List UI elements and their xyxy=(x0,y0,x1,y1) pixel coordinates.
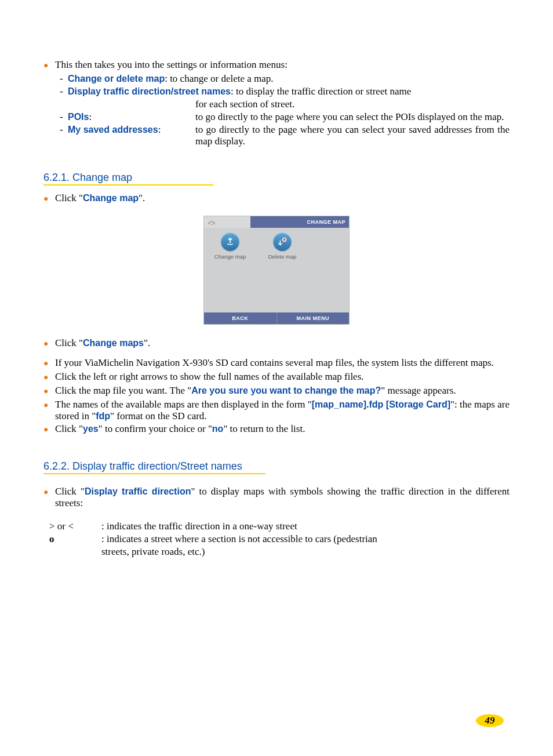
step: ● Click "Change map". xyxy=(43,192,510,205)
bullet-icon: ● xyxy=(43,371,55,384)
step: ● Click "Change maps". xyxy=(43,337,510,350)
manual-page: ● This then takes you into the settings … xyxy=(0,0,553,756)
heading-622: 6.2.2. Display traffic direction/Street … xyxy=(43,460,265,474)
symbol-desc: : indicates a street where a section is … xyxy=(101,533,510,545)
menu-desc-cont: for each section of street. xyxy=(195,99,510,110)
menu-item: - My saved addresses: to go directly to … xyxy=(60,124,510,147)
ui-label: Change map xyxy=(83,193,139,203)
screen-body: Change map Delete map xyxy=(204,228,349,312)
dash-icon: - xyxy=(60,124,68,147)
dash-icon: - xyxy=(60,86,68,97)
step: ● Click "yes" to confirm your choice or … xyxy=(43,423,510,436)
menu-item: - Display traffic direction/street names… xyxy=(60,86,510,97)
menu-item: - Change or delete map: to change or del… xyxy=(60,73,510,85)
menu-item-cont: for each section of street. xyxy=(60,99,510,110)
bullet-icon: ● xyxy=(43,486,55,509)
symbol-def: o : indicates a street where a section i… xyxy=(49,533,510,545)
menu-term: POIs xyxy=(68,112,89,122)
ui-message: Are you sure you want to change the map? xyxy=(191,386,381,395)
delete-map-icon xyxy=(273,232,292,251)
intro-text: This then takes you into the settings or… xyxy=(55,59,510,72)
menu-desc: to display the traffic direction or stre… xyxy=(236,86,411,97)
bullet-icon: ● xyxy=(43,59,55,72)
status-icon xyxy=(204,216,250,228)
menu-term: Change or delete map xyxy=(68,74,165,83)
menu-desc: to go directly to the page where you can… xyxy=(195,124,510,147)
dash-icon: - xyxy=(60,111,68,123)
svg-point-0 xyxy=(211,224,212,225)
step-text: If your ViaMichelin Navigation X-930's S… xyxy=(55,357,510,370)
ui-label: Change maps xyxy=(83,338,144,348)
embedded-screenshot: CHANGE MAP Change map Delete map BACK xyxy=(43,216,510,325)
change-map-button[interactable]: Change map xyxy=(210,232,250,260)
intro-bullet: ● This then takes you into the settings … xyxy=(43,59,510,72)
symbol-def: > or < : indicates the traffic direction… xyxy=(49,521,510,532)
page-number-value: 49 xyxy=(476,714,504,727)
menu-term: My saved addresses xyxy=(68,125,158,135)
step: ● Click the map file you want. The "Are … xyxy=(43,385,510,398)
step: ● The names of the available maps are th… xyxy=(43,399,510,422)
bullet-icon: ● xyxy=(43,423,55,436)
step: ● Click the left or right arrows to show… xyxy=(43,371,510,384)
menu-term: Display traffic direction/street names xyxy=(68,86,231,96)
menu-desc: to go directly to the page where you can… xyxy=(195,111,510,123)
symbol-desc: streets, private roads, etc.) xyxy=(101,546,510,558)
step: ● If your ViaMichelin Navigation X-930's… xyxy=(43,357,510,370)
page-number: 49 xyxy=(476,714,504,727)
bullet-icon: ● xyxy=(43,192,55,205)
screen-titlebar: CHANGE MAP xyxy=(204,216,349,228)
bullet-icon: ● xyxy=(43,385,55,398)
step: ● Click "Display traffic direction" to d… xyxy=(43,486,510,509)
symbol: > or < xyxy=(49,521,101,532)
ui-label: no xyxy=(212,424,224,434)
menu-item: - POIs: to go directly to the page where… xyxy=(60,111,510,123)
heading-621: 6.2.1. Change map xyxy=(43,172,213,186)
step-text: Click the left or right arrows to show t… xyxy=(55,371,510,384)
symbol-desc: : indicates the traffic direction in a o… xyxy=(101,521,510,532)
bullet-icon: ● xyxy=(43,399,55,422)
delete-map-button[interactable]: Delete map xyxy=(262,232,303,260)
button-label: Delete map xyxy=(262,253,303,260)
back-button[interactable]: BACK xyxy=(204,312,277,324)
screen-title: CHANGE MAP xyxy=(250,216,349,228)
menu-definitions: - Change or delete map: to change or del… xyxy=(60,73,510,147)
screen-footer: BACK MAIN MENU xyxy=(204,312,349,324)
file-format: [map_name].fdp [Storage Card] xyxy=(312,399,450,409)
change-map-icon xyxy=(221,232,239,251)
bullet-icon: ● xyxy=(43,337,55,350)
symbol-def-cont: streets, private roads, etc.) xyxy=(49,546,510,558)
button-label: Change map xyxy=(210,253,250,260)
main-menu-button[interactable]: MAIN MENU xyxy=(277,312,350,324)
symbol: o xyxy=(49,533,101,545)
menu-desc: to change or delete a map. xyxy=(170,73,273,84)
file-ext: fdp xyxy=(96,411,110,421)
change-map-screen: CHANGE MAP Change map Delete map BACK xyxy=(203,216,350,325)
bullet-icon: ● xyxy=(43,357,55,370)
ui-label: Display traffic direction xyxy=(85,486,191,496)
dash-icon: - xyxy=(60,73,68,85)
ui-label: yes xyxy=(83,424,99,434)
